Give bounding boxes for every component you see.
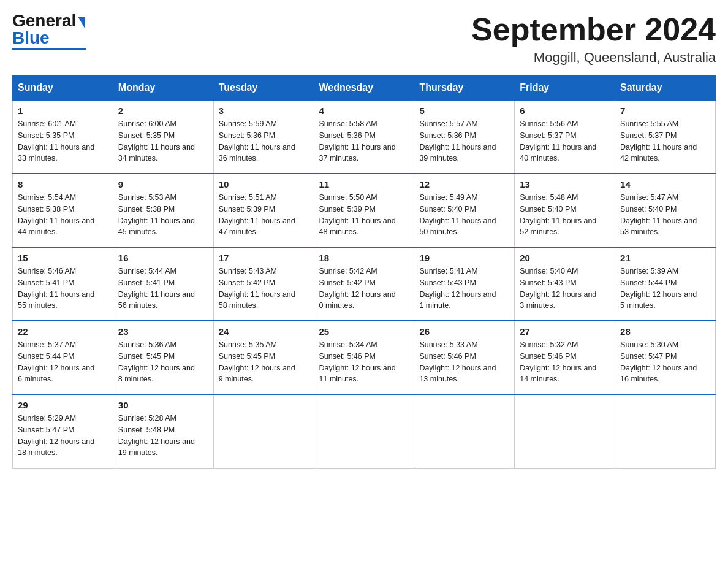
table-row: [515, 394, 615, 468]
table-row: 13 Sunrise: 5:48 AM Sunset: 5:40 PM Dayl…: [515, 174, 615, 247]
table-row: 23 Sunrise: 5:36 AM Sunset: 5:45 PM Dayl…: [113, 321, 213, 394]
day-number: 21: [620, 253, 710, 263]
logo-blue-text: Blue: [12, 29, 50, 47]
col-tuesday: Tuesday: [213, 76, 314, 101]
day-number: 24: [219, 326, 309, 337]
day-number: 12: [419, 179, 509, 190]
day-number: 8: [18, 179, 108, 190]
day-info: Sunrise: 5:46 AM Sunset: 5:41 PM Dayligh…: [18, 266, 108, 312]
day-number: 23: [118, 326, 208, 337]
day-number: 3: [219, 105, 309, 116]
day-number: 26: [419, 326, 509, 337]
col-friday: Friday: [515, 76, 615, 101]
day-info: Sunrise: 5:51 AM Sunset: 5:39 PM Dayligh…: [219, 192, 309, 238]
calendar-week-4: 22 Sunrise: 5:37 AM Sunset: 5:44 PM Dayl…: [13, 321, 716, 394]
day-info: Sunrise: 6:01 AM Sunset: 5:35 PM Dayligh…: [18, 118, 108, 164]
day-info: Sunrise: 5:35 AM Sunset: 5:45 PM Dayligh…: [219, 339, 309, 385]
day-number: 19: [419, 253, 509, 263]
location-text: Moggill, Queensland, Australia: [471, 50, 716, 66]
calendar-header-row: Sunday Monday Tuesday Wednesday Thursday…: [13, 76, 716, 101]
table-row: 7 Sunrise: 5:55 AM Sunset: 5:37 PM Dayli…: [615, 100, 716, 174]
table-row: 20 Sunrise: 5:40 AM Sunset: 5:43 PM Dayl…: [515, 247, 615, 321]
day-number: 5: [419, 105, 509, 116]
day-number: 22: [18, 326, 108, 337]
day-info: Sunrise: 6:00 AM Sunset: 5:35 PM Dayligh…: [118, 118, 208, 164]
calendar-week-2: 8 Sunrise: 5:54 AM Sunset: 5:38 PM Dayli…: [13, 174, 716, 247]
day-info: Sunrise: 5:30 AM Sunset: 5:47 PM Dayligh…: [620, 339, 710, 385]
day-info: Sunrise: 5:34 AM Sunset: 5:46 PM Dayligh…: [319, 339, 409, 385]
table-row: [414, 394, 515, 468]
day-info: Sunrise: 5:36 AM Sunset: 5:45 PM Dayligh…: [118, 339, 208, 385]
table-row: 15 Sunrise: 5:46 AM Sunset: 5:41 PM Dayl…: [13, 247, 113, 321]
table-row: 12 Sunrise: 5:49 AM Sunset: 5:40 PM Dayl…: [414, 174, 515, 247]
day-number: 29: [18, 400, 108, 410]
table-row: 28 Sunrise: 5:30 AM Sunset: 5:47 PM Dayl…: [615, 321, 716, 394]
day-number: 10: [219, 179, 309, 190]
table-row: 19 Sunrise: 5:41 AM Sunset: 5:43 PM Dayl…: [414, 247, 515, 321]
day-info: Sunrise: 5:29 AM Sunset: 5:47 PM Dayligh…: [18, 413, 108, 459]
table-row: 8 Sunrise: 5:54 AM Sunset: 5:38 PM Dayli…: [13, 174, 113, 247]
day-number: 25: [319, 326, 409, 337]
col-thursday: Thursday: [414, 76, 515, 101]
calendar-table: Sunday Monday Tuesday Wednesday Thursday…: [12, 75, 716, 469]
table-row: 9 Sunrise: 5:53 AM Sunset: 5:38 PM Dayli…: [113, 174, 213, 247]
title-section: September 2024 Moggill, Queensland, Aust…: [471, 12, 716, 66]
table-row: 5 Sunrise: 5:57 AM Sunset: 5:36 PM Dayli…: [414, 100, 515, 174]
day-info: Sunrise: 5:39 AM Sunset: 5:44 PM Dayligh…: [620, 266, 710, 312]
day-info: Sunrise: 5:59 AM Sunset: 5:36 PM Dayligh…: [219, 118, 309, 164]
table-row: 21 Sunrise: 5:39 AM Sunset: 5:44 PM Dayl…: [615, 247, 716, 321]
col-sunday: Sunday: [13, 76, 113, 101]
day-info: Sunrise: 5:48 AM Sunset: 5:40 PM Dayligh…: [520, 192, 610, 238]
day-info: Sunrise: 5:33 AM Sunset: 5:46 PM Dayligh…: [419, 339, 509, 385]
calendar-week-1: 1 Sunrise: 6:01 AM Sunset: 5:35 PM Dayli…: [13, 100, 716, 174]
calendar-week-5: 29 Sunrise: 5:29 AM Sunset: 5:47 PM Dayl…: [13, 394, 716, 468]
table-row: 16 Sunrise: 5:44 AM Sunset: 5:41 PM Dayl…: [113, 247, 213, 321]
day-number: 4: [319, 105, 409, 116]
calendar-week-3: 15 Sunrise: 5:46 AM Sunset: 5:41 PM Dayl…: [13, 247, 716, 321]
table-row: 30 Sunrise: 5:28 AM Sunset: 5:48 PM Dayl…: [113, 394, 213, 468]
day-info: Sunrise: 5:44 AM Sunset: 5:41 PM Dayligh…: [118, 266, 208, 312]
day-number: 28: [620, 326, 710, 337]
day-number: 7: [620, 105, 710, 116]
table-row: 29 Sunrise: 5:29 AM Sunset: 5:47 PM Dayl…: [13, 394, 113, 468]
day-number: 2: [118, 105, 208, 116]
table-row: 14 Sunrise: 5:47 AM Sunset: 5:40 PM Dayl…: [615, 174, 716, 247]
day-info: Sunrise: 5:28 AM Sunset: 5:48 PM Dayligh…: [118, 413, 208, 459]
logo-general-text: General: [12, 12, 76, 29]
table-row: 27 Sunrise: 5:32 AM Sunset: 5:46 PM Dayl…: [515, 321, 615, 394]
table-row: 24 Sunrise: 5:35 AM Sunset: 5:45 PM Dayl…: [213, 321, 314, 394]
table-row: 18 Sunrise: 5:42 AM Sunset: 5:42 PM Dayl…: [314, 247, 414, 321]
table-row: 10 Sunrise: 5:51 AM Sunset: 5:39 PM Dayl…: [213, 174, 314, 247]
logo: General Blue: [12, 12, 86, 50]
day-number: 13: [520, 179, 610, 190]
col-wednesday: Wednesday: [314, 76, 414, 101]
day-info: Sunrise: 5:37 AM Sunset: 5:44 PM Dayligh…: [18, 339, 108, 385]
day-info: Sunrise: 5:57 AM Sunset: 5:36 PM Dayligh…: [419, 118, 509, 164]
day-number: 6: [520, 105, 610, 116]
table-row: 25 Sunrise: 5:34 AM Sunset: 5:46 PM Dayl…: [314, 321, 414, 394]
day-info: Sunrise: 5:50 AM Sunset: 5:39 PM Dayligh…: [319, 192, 409, 238]
day-number: 17: [219, 253, 309, 263]
day-info: Sunrise: 5:58 AM Sunset: 5:36 PM Dayligh…: [319, 118, 409, 164]
page-header: General Blue September 2024 Moggill, Que…: [12, 12, 716, 66]
day-info: Sunrise: 5:41 AM Sunset: 5:43 PM Dayligh…: [419, 266, 509, 312]
day-number: 20: [520, 253, 610, 263]
table-row: 3 Sunrise: 5:59 AM Sunset: 5:36 PM Dayli…: [213, 100, 314, 174]
day-info: Sunrise: 5:42 AM Sunset: 5:42 PM Dayligh…: [319, 266, 409, 312]
day-number: 30: [118, 400, 208, 410]
day-info: Sunrise: 5:32 AM Sunset: 5:46 PM Dayligh…: [520, 339, 610, 385]
col-saturday: Saturday: [615, 76, 716, 101]
month-title: September 2024: [471, 12, 716, 47]
day-number: 15: [18, 253, 108, 263]
table-row: 1 Sunrise: 6:01 AM Sunset: 5:35 PM Dayli…: [13, 100, 113, 174]
day-info: Sunrise: 5:55 AM Sunset: 5:37 PM Dayligh…: [620, 118, 710, 164]
table-row: 17 Sunrise: 5:43 AM Sunset: 5:42 PM Dayl…: [213, 247, 314, 321]
day-info: Sunrise: 5:47 AM Sunset: 5:40 PM Dayligh…: [620, 192, 710, 238]
day-info: Sunrise: 5:56 AM Sunset: 5:37 PM Dayligh…: [520, 118, 610, 164]
day-number: 16: [118, 253, 208, 263]
day-number: 11: [319, 179, 409, 190]
table-row: 4 Sunrise: 5:58 AM Sunset: 5:36 PM Dayli…: [314, 100, 414, 174]
day-number: 18: [319, 253, 409, 263]
table-row: 11 Sunrise: 5:50 AM Sunset: 5:39 PM Dayl…: [314, 174, 414, 247]
table-row: [213, 394, 314, 468]
